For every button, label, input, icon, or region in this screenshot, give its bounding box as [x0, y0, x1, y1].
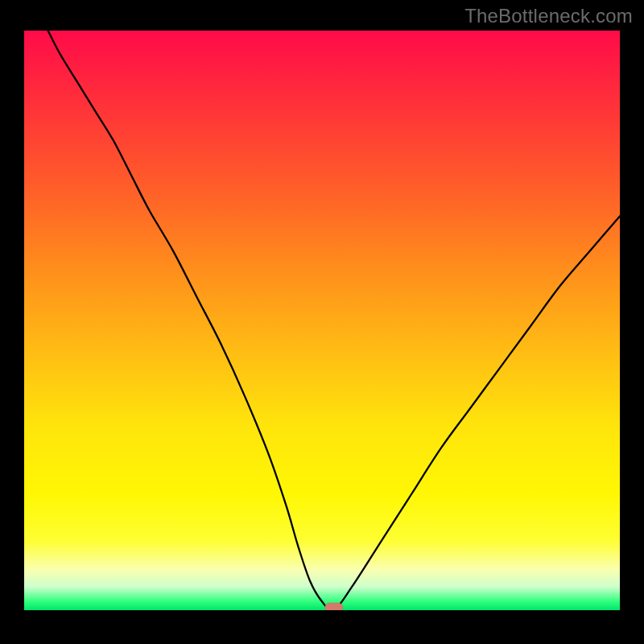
- plot-area: [24, 31, 620, 610]
- optimum-marker: [325, 603, 343, 610]
- watermark-text: TheBottleneck.com: [464, 5, 633, 27]
- bottleneck-curve: [48, 31, 620, 610]
- chart-container: TheBottleneck.com: [0, 0, 644, 644]
- curve-svg: [24, 31, 620, 610]
